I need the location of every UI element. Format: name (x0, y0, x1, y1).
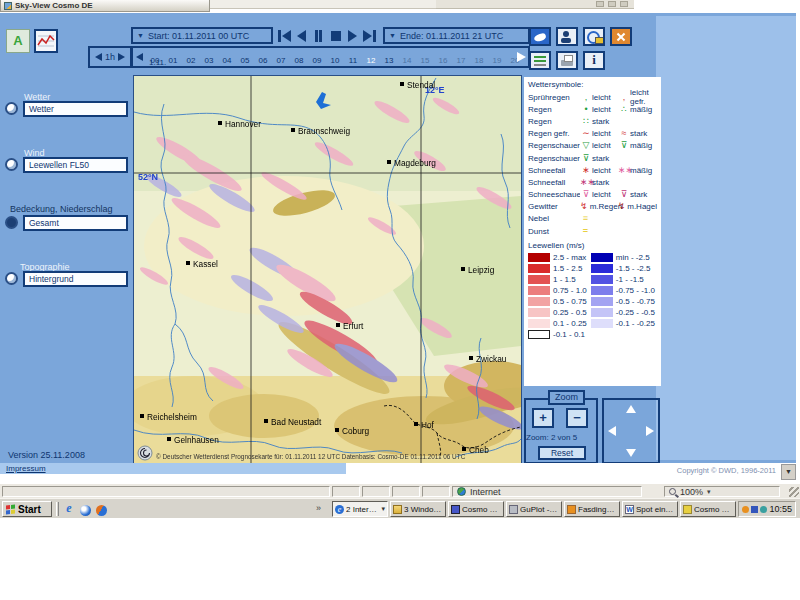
step-back-button[interactable] (294, 27, 309, 44)
zoom-status: Zoom: 2 von 5 (526, 433, 577, 442)
window-control-icon[interactable] (608, 1, 616, 7)
scale-row: 0.25 - 0.5 (528, 307, 587, 317)
timeline-hour-04[interactable]: 04 (218, 56, 236, 65)
taskbar-button[interactable]: Fasdinger g - M... (564, 501, 620, 517)
group-expand-icon[interactable]: ▾ (381, 505, 385, 513)
bedeckung-dropdown[interactable]: Gesamt (23, 215, 128, 231)
timeline-scroll-right-icon[interactable] (517, 52, 526, 62)
forecast-map[interactable]: 52°N 12°E StendalHannoverBraunschweigMag… (134, 76, 521, 463)
skip-back-button[interactable] (277, 27, 292, 44)
report-button[interactable] (529, 51, 551, 70)
zoom-out-button[interactable]: − (566, 408, 588, 428)
time-step-control[interactable]: 1h (88, 46, 132, 68)
tray-icon[interactable] (760, 506, 767, 513)
pause-button[interactable] (311, 27, 326, 44)
app-blue-icon (451, 505, 460, 514)
window-control-icon[interactable] (620, 1, 628, 7)
browser-zoom-control[interactable]: 100% ▾ (664, 486, 780, 497)
timeline-scroll-left-icon[interactable] (136, 53, 143, 61)
timeline-hour-08[interactable]: 08 (290, 56, 308, 65)
timeline-hour-07[interactable]: 07 (272, 56, 290, 65)
timeline-hour-10[interactable]: 10 (326, 56, 344, 65)
timeline-hour-13[interactable]: 13 (380, 56, 398, 65)
zoom-dropdown-icon[interactable]: ▾ (707, 488, 711, 496)
step-forward-icon[interactable] (118, 53, 125, 61)
timeline-hour-02[interactable]: 02 (182, 56, 200, 65)
pan-up-icon[interactable] (626, 405, 636, 413)
scrollbar-down-icon[interactable]: ▼ (781, 464, 796, 480)
city-marker (291, 128, 295, 132)
wind-dropdown[interactable]: Leewellen FL50 (23, 157, 128, 173)
taskbar-button[interactable]: 3 Windows Ex... (390, 501, 446, 517)
scale-swatch (591, 297, 613, 306)
browser-icon[interactable] (94, 502, 108, 516)
scale-label: -0.1 - -0.25 (616, 319, 655, 328)
start-button[interactable]: Start (2, 501, 52, 517)
save-globe-button[interactable] (583, 27, 605, 46)
timeline-hour-18[interactable]: 18 (470, 56, 488, 65)
pan-down-icon[interactable] (626, 449, 636, 457)
skip-forward-button[interactable] (362, 27, 377, 44)
city-marker (186, 261, 190, 265)
internet-explorer-icon[interactable]: e (62, 502, 76, 516)
play-button[interactable] (345, 27, 360, 44)
pan-right-icon[interactable] (646, 426, 654, 436)
timeline-hour-11[interactable]: 11 (344, 56, 362, 65)
legend-row: Nebel≡ (528, 213, 657, 225)
stop-button[interactable] (328, 27, 343, 44)
profile-screen-button[interactable] (556, 27, 578, 46)
timeline-hour-03[interactable]: 03 (200, 56, 218, 65)
layer-toggle[interactable] (5, 272, 18, 285)
resize-button[interactable] (610, 27, 632, 46)
timeline-hour-17[interactable]: 17 (452, 56, 470, 65)
taskbar-button[interactable]: GuPlot - Rea... (506, 501, 562, 517)
resize-grip[interactable] (789, 487, 799, 497)
timeline[interactable]: 0001020304050607080910111213141516171819… (131, 46, 530, 68)
print-button[interactable] (556, 51, 578, 70)
window-title-bar[interactable]: Sky-View Cosmo DE (0, 0, 210, 12)
zoom-in-button[interactable]: + (532, 408, 554, 428)
topographie-dropdown[interactable]: Hintergrund (23, 271, 128, 287)
timeline-hour-12[interactable]: 12 (362, 56, 380, 65)
legend-intensity-label: stark (630, 190, 657, 199)
tray-icon[interactable] (742, 506, 749, 513)
system-tray[interactable]: 10:55 (738, 501, 796, 517)
timeline-hour-15[interactable]: 15 (416, 56, 434, 65)
taskbar-button[interactable]: 2 Internet Ex...▾ (332, 501, 388, 517)
task-buttons: 2 Internet Ex...▾3 Windows Ex...Cosmo 4.… (332, 501, 736, 517)
timeline-hour-05[interactable]: 05 (236, 56, 254, 65)
tray-icon[interactable] (751, 506, 758, 513)
timeline-hour-01[interactable]: 01 (164, 56, 182, 65)
haze-icon: = (580, 227, 592, 236)
meteogram-icon[interactable] (34, 29, 58, 53)
impressum-link[interactable]: Impressum (6, 464, 46, 473)
info-button[interactable]: i (583, 51, 605, 70)
profile-a-icon[interactable]: A (6, 29, 30, 53)
timeline-hour-16[interactable]: 16 (434, 56, 452, 65)
legend-intensity-label: leicht (592, 129, 618, 138)
sky-view-button[interactable] (529, 27, 551, 46)
taskbar-button[interactable]: Spot einschalte... (622, 501, 678, 517)
timeline-hour-14[interactable]: 14 (398, 56, 416, 65)
zoom-reset-button[interactable]: Reset (538, 446, 586, 460)
layer-toggle[interactable] (5, 216, 18, 229)
step-back-icon[interactable] (95, 53, 102, 61)
timeline-hour-09[interactable]: 09 (308, 56, 326, 65)
window-control-icon[interactable] (596, 1, 604, 7)
pan-left-icon[interactable] (608, 426, 616, 436)
scale-swatch (591, 253, 613, 262)
timeline-hour-19[interactable]: 19 (488, 56, 506, 65)
start-time-field[interactable]: ▼ Start: 01.11.2011 00 UTC (131, 27, 273, 44)
wetter-dropdown[interactable]: Wetter (23, 101, 128, 117)
end-time-field[interactable]: ▼ Ende: 01.11.2011 21 UTC (383, 27, 530, 44)
scale-swatch (528, 319, 550, 328)
media-player-icon[interactable] (78, 502, 92, 516)
timeline-hour-06[interactable]: 06 (254, 56, 272, 65)
taskbar-button[interactable]: Cosmo 12.00 u... (680, 501, 736, 517)
legend-row: Schneeschauer⊽leicht⊽stark (528, 189, 657, 201)
layer-toggle[interactable] (5, 102, 18, 115)
layer-toggle[interactable] (5, 158, 18, 171)
quick-launch-overflow-chevron[interactable]: » (316, 503, 321, 513)
legend-row-name: Schneefall (528, 178, 580, 187)
taskbar-button[interactable]: Cosmo 4.10 - Fi... (448, 501, 504, 517)
